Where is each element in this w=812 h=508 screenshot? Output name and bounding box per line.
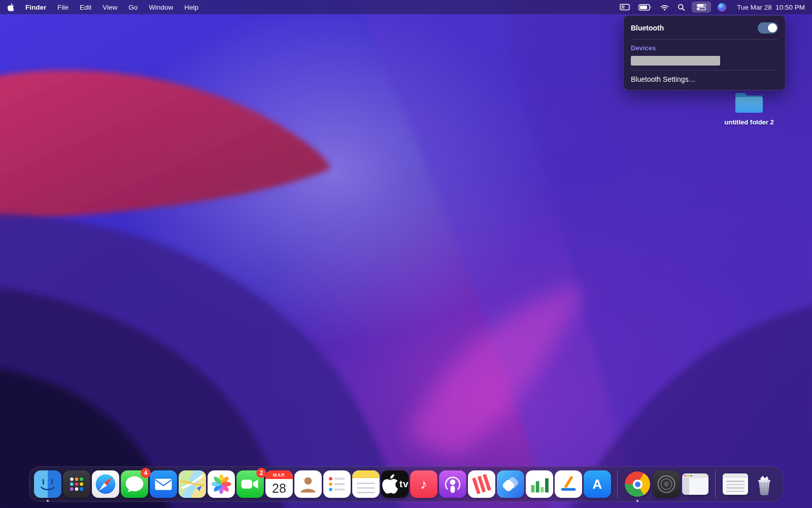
dock-item-messages[interactable]: 4 [121, 470, 148, 498]
dock-item-podcasts[interactable] [439, 470, 466, 498]
chrome-hub [633, 480, 642, 489]
device-name-redacted[interactable] [631, 56, 720, 66]
apple-tv-icon: tv [381, 470, 409, 498]
window-body [682, 478, 708, 495]
dock-item-trash[interactable] [751, 470, 778, 498]
dock-item-facetime[interactable]: 2 [236, 470, 264, 498]
safari-icon [92, 470, 119, 498]
dock: 4 2 MAR [29, 466, 783, 502]
menu-item-file[interactable]: File [57, 4, 69, 11]
dock-item-dial-app[interactable] [653, 470, 680, 498]
dock-item-calendar[interactable]: MAR 28 [265, 470, 293, 498]
dock-separator [617, 470, 618, 498]
dock-item-contacts[interactable] [294, 470, 322, 498]
contacts-icon [294, 470, 322, 498]
bluetooth-menu-panel: Bluetooth Devices Bluetooth Settings… [623, 15, 786, 90]
apple-logo-icon [7, 3, 14, 12]
dock-item-reminders[interactable] [323, 470, 351, 498]
spotlight-search-icon[interactable] [678, 4, 685, 11]
dock-item-safari[interactable] [92, 470, 119, 498]
dock-item-numbers[interactable] [526, 470, 553, 498]
bluetooth-title: Bluetooth [631, 24, 664, 32]
launchpad-icon [63, 470, 90, 498]
menu-bar: Finder File Edit View Go Window Help [0, 0, 812, 14]
menu-item-help[interactable]: Help [184, 4, 198, 11]
shortcuts-icon [497, 470, 524, 498]
menubar-extra-icon[interactable] [620, 4, 630, 11]
desktop-folder-untitled-2[interactable]: untitled folder 2 [717, 90, 782, 126]
tv-glyph: tv [399, 479, 409, 490]
app-store-icon: A [584, 470, 611, 498]
divider [631, 39, 778, 40]
keynote-icon [555, 470, 582, 498]
dial-app-icon [653, 470, 680, 498]
notes-icon [352, 470, 380, 498]
dock-item-music[interactable]: ♪ [410, 470, 437, 498]
siri-icon[interactable] [718, 3, 726, 12]
dock-item-finder[interactable] [34, 470, 61, 498]
menu-item-finder[interactable]: Finder [25, 4, 46, 11]
app-store-glyph: A [593, 477, 602, 492]
dock-item-keynote[interactable] [555, 470, 582, 498]
reminders-icon [323, 470, 351, 498]
menu-item-edit[interactable]: Edit [80, 4, 91, 11]
minimized-window-thumbnail [723, 473, 748, 495]
dock-item-launchpad[interactable] [63, 470, 90, 498]
facetime-badge: 2 [256, 468, 266, 478]
dock-item-apple-tv[interactable]: tv [381, 470, 409, 498]
desktop: Finder File Edit View Go Window Help [0, 0, 812, 508]
music-icon: ♪ [410, 470, 437, 498]
siri-orb [718, 3, 726, 12]
battery-icon[interactable] [638, 3, 652, 12]
news-icon [468, 470, 495, 498]
chrome-logo [625, 471, 650, 497]
dock-item-chrome[interactable] [624, 470, 651, 498]
maps-icon [179, 470, 206, 498]
messages-badge: 4 [141, 468, 151, 478]
podcasts-icon [439, 470, 466, 498]
trash-icon [751, 470, 778, 498]
dock-item-minimized-window[interactable] [722, 470, 749, 498]
folder-icon [733, 90, 765, 115]
calendar-day: 28 [265, 479, 293, 498]
divider [631, 70, 778, 71]
dock-item-shortcuts[interactable] [497, 470, 524, 498]
bluetooth-toggle[interactable] [758, 22, 778, 34]
music-note-glyph: ♪ [420, 477, 427, 492]
menu-item-go[interactable]: Go [128, 4, 138, 11]
chrome-icon [624, 470, 651, 498]
wifi-icon[interactable] [660, 4, 669, 11]
dock-item-mail[interactable] [150, 470, 177, 498]
dock-item-window-app[interactable] [682, 470, 709, 498]
running-indicator [47, 500, 49, 502]
dock-item-notes[interactable] [352, 470, 380, 498]
folder-label: untitled folder 2 [717, 118, 782, 126]
photos-icon [208, 470, 235, 498]
dock-item-photos[interactable] [208, 470, 235, 498]
control-center-icon[interactable] [692, 2, 711, 13]
finder-icon [34, 470, 61, 498]
menu-item-view[interactable]: View [103, 4, 117, 11]
dock-item-app-store[interactable]: A [584, 470, 611, 498]
notes-header-band [352, 470, 380, 478]
apple-logo-small-icon [381, 470, 398, 498]
devices-section-header: Devices [631, 44, 778, 52]
mail-icon [150, 470, 177, 498]
notes-lines [352, 478, 380, 498]
window-titlebar [682, 473, 708, 478]
dock-separator [715, 470, 716, 498]
bluetooth-settings-item[interactable]: Bluetooth Settings… [631, 75, 778, 83]
numbers-icon [526, 470, 553, 498]
running-indicator [636, 500, 638, 502]
dock-item-news[interactable] [468, 470, 495, 498]
apple-menu[interactable] [7, 3, 14, 12]
dock-item-maps[interactable] [179, 470, 206, 498]
calendar-icon: MAR 28 [265, 470, 293, 498]
calendar-month: MAR [265, 470, 293, 479]
menu-item-window[interactable]: Window [149, 4, 173, 11]
toggle-knob [768, 23, 777, 33]
window-app-icon [682, 473, 708, 495]
menubar-clock[interactable]: Tue Mar 28 10:50 PM [737, 4, 805, 11]
